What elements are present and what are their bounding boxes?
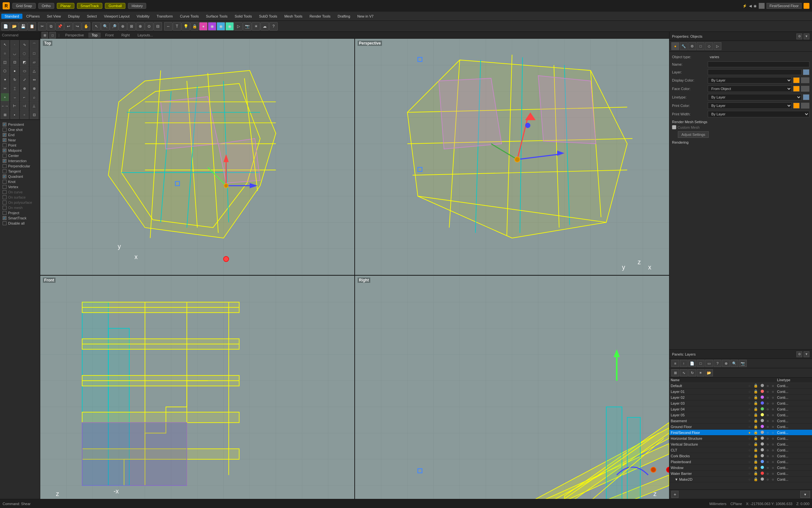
adjust-settings-btn[interactable]: Adjust Settings [678, 131, 709, 138]
layer-color-cell[interactable] [759, 435, 765, 441]
command-box[interactable]: Command [0, 32, 40, 40]
tb-light-btn[interactable]: 💡 [182, 22, 190, 31]
lt-monitor-icon[interactable]: ▭ [705, 360, 713, 367]
layer-lock-cell[interactable]: 🔒 [752, 465, 759, 471]
layer-vis-cell[interactable]: ○ [765, 476, 770, 482]
layer-color-cell[interactable] [759, 389, 765, 394]
window-button[interactable] [804, 3, 809, 9]
menu-subd-tools[interactable]: SubD Tools [256, 14, 280, 19]
tb-dim-btn[interactable]: ↔ [164, 22, 173, 31]
osnap-smarttrack[interactable]: SmartTrack [3, 215, 37, 221]
tb-cam-btn[interactable]: 📷 [243, 22, 251, 31]
viewport-perspective[interactable]: Perspective [355, 39, 669, 275]
prop-printcolor-btn[interactable] [801, 103, 809, 109]
props-tab-render[interactable]: ▷ [714, 42, 721, 50]
layer-color-cell[interactable] [759, 430, 765, 435]
layer-lock-cell[interactable]: 🔒 [752, 424, 759, 430]
history-button[interactable]: History [128, 3, 146, 9]
smarttrack-button[interactable]: SmartTrack [77, 3, 102, 9]
layer-active-cell[interactable]: ○ [747, 383, 752, 389]
tool-scale[interactable]: ⤢ [20, 75, 29, 84]
layer-vis-cell[interactable]: ○ [765, 459, 770, 465]
layer-row[interactable]: First/Second Floor●🔒○○Conti... [669, 430, 812, 435]
planar-button[interactable]: Planar [57, 3, 75, 9]
tb-save-btn[interactable]: 💾 [19, 22, 27, 31]
layer-render-cell[interactable]: ○ [770, 435, 776, 441]
tb-grid-btn[interactable]: ⊟ [154, 22, 162, 31]
layer-lock-cell[interactable]: 🔒 [752, 412, 759, 418]
tool-mirror[interactable]: ⇔ [30, 75, 38, 84]
viewport-top[interactable]: Top [40, 39, 354, 275]
layer-vis-cell[interactable]: ○ [765, 435, 770, 441]
layer-lock-cell[interactable]: 🔒 [752, 400, 759, 406]
layer-render-cell[interactable]: ○ [770, 465, 776, 471]
lt-expand-icon[interactable]: ⊕ [722, 360, 730, 367]
tb-cloud-btn[interactable]: ☁ [260, 22, 269, 31]
osnap-tangent[interactable]: Tangent [3, 169, 37, 174]
prop-layer-btn[interactable] [803, 69, 809, 75]
layers-footer-btn[interactable]: ▼ [800, 491, 810, 498]
layer-color-cell[interactable] [759, 459, 765, 465]
menu-display[interactable]: Display [65, 14, 83, 19]
osnap-on-curve[interactable]: On curve [3, 189, 37, 195]
prop-linetype-btn[interactable] [803, 94, 809, 100]
layer-row[interactable]: Plasterboard○🔒○○Conti... [669, 459, 812, 465]
osnap-intersection[interactable]: Intersection [3, 158, 37, 164]
lt-box-icon[interactable]: □ [697, 360, 705, 367]
prop-facecolor-select[interactable]: From Object [708, 85, 792, 92]
menu-new-v7[interactable]: New in V7 [354, 14, 377, 19]
layer-vis-cell[interactable]: ○ [765, 406, 770, 412]
tool-dim3[interactable]: ⊣ [20, 102, 29, 110]
tb-sun-btn[interactable]: ☀ [252, 22, 260, 31]
tb-env-btn[interactable]: ◉ [217, 22, 225, 31]
layer-color-cell[interactable] [759, 394, 765, 400]
layers-expand-icon[interactable]: ▼ [804, 351, 809, 357]
layer-row[interactable]: CLT○🔒○○Conti... [669, 447, 812, 453]
tool-snap[interactable]: ⊡ [30, 111, 38, 119]
layer-render-cell[interactable]: ○ [770, 424, 776, 430]
layer-row[interactable]: Window○🔒○○Conti... [669, 465, 812, 471]
status-cplane[interactable]: CPlane [730, 502, 742, 506]
tool-rect[interactable]: □ [30, 49, 38, 57]
layer-color-cell[interactable] [759, 383, 765, 389]
osnap-end[interactable]: End [3, 132, 37, 137]
layer-lock-cell[interactable]: 🔒 [752, 383, 759, 389]
osnap-quadrant[interactable]: Quadrant [3, 174, 37, 179]
menu-solid-tools[interactable]: Solid Tools [231, 14, 255, 19]
lt-parent-icon[interactable]: ↑ [680, 360, 687, 367]
viewport-front[interactable]: Front [40, 276, 354, 499]
layer-active-cell[interactable]: ● [747, 430, 752, 435]
layer-lock-cell[interactable]: 🔒 [752, 430, 759, 435]
tool-sphere[interactable]: ● [10, 67, 19, 75]
ortho-button[interactable]: Ortho [38, 3, 55, 9]
layer-row[interactable]: Layer 03○🔒○○Conti... [669, 400, 812, 406]
tool-3dface[interactable]: ◩ [20, 58, 29, 66]
tb-disp-btn[interactable]: ◉ [226, 22, 234, 31]
tool-blend[interactable]: ⌕ [30, 93, 38, 101]
tool-dim2[interactable]: ⊢ [10, 102, 19, 110]
layer-color-cell[interactable] [759, 424, 765, 430]
tb-paste-btn[interactable]: 📌 [55, 22, 64, 31]
tb-new-btn[interactable]: 📄 [1, 22, 10, 31]
layer-active-cell[interactable]: ○ [747, 441, 752, 447]
layer-color-cell[interactable] [759, 400, 765, 406]
layer-vis-cell[interactable]: ○ [765, 424, 770, 430]
layer-color-cell[interactable] [759, 447, 765, 453]
tb-open-btn[interactable]: 📂 [10, 22, 18, 31]
tb-zoom2-btn[interactable]: 🔎 [110, 22, 118, 31]
lt2-grid-icon[interactable]: ⊞ [671, 369, 679, 376]
layer-vis-cell[interactable]: ○ [765, 394, 770, 400]
prop-layer-input[interactable] [708, 69, 802, 75]
menu-cplanes[interactable]: CPlanes [23, 14, 43, 19]
layer-color-cell[interactable] [759, 453, 765, 459]
tb-lock-btn[interactable]: 🔒 [190, 22, 199, 31]
layer-active-cell[interactable]: ○ [747, 447, 752, 453]
prop-facecolor-btn[interactable] [793, 86, 800, 92]
tab-layouts[interactable]: Layouts... [134, 33, 156, 38]
layer-render-cell[interactable]: ○ [770, 476, 776, 482]
menu-viewport-layout[interactable]: Viewport Layout [101, 14, 133, 19]
viewport-right[interactable]: Right [355, 276, 669, 499]
osnap-on-surface[interactable]: On surface [3, 195, 37, 200]
tb-zoomext-btn[interactable]: ⊞ [127, 22, 136, 31]
layer-row[interactable]: Layer 05○🔒○○Conti... [669, 412, 812, 418]
